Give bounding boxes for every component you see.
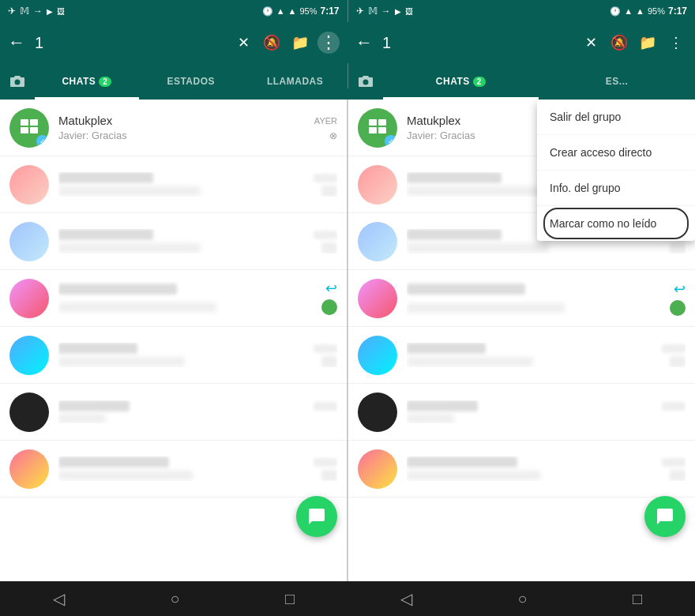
list-item[interactable]: [0, 384, 347, 441]
tab-chats-badge-right: 2: [473, 77, 486, 87]
avatar: [358, 336, 397, 375]
avatar: [358, 449, 397, 489]
chat-preview-blur: [407, 471, 541, 480]
bottom-nav: ◁ ○ □ ◁ ○ □: [0, 581, 695, 616]
chat-info: [407, 456, 686, 481]
avatar: [9, 279, 49, 318]
pin-icon[interactable]: ✕: [232, 32, 254, 54]
status-bar-left-icons: ✈ 𝕄 → ▶ 🖼: [8, 6, 65, 17]
archive-icon[interactable]: 📁: [289, 32, 311, 54]
chat-info: [58, 229, 337, 254]
archive-icon-right[interactable]: 📁: [637, 32, 659, 54]
chat-status-blur: [321, 242, 337, 254]
home-nav-button-right[interactable]: ○: [517, 590, 527, 608]
chat-preview-blur: [58, 357, 185, 366]
list-item[interactable]: [348, 384, 695, 441]
toolbar-icons-right: ✕ 🔕 📁 ⋮: [580, 32, 687, 54]
bottom-nav-left: ◁ ○ □: [0, 581, 348, 616]
chat-info: ↩: [58, 281, 337, 315]
camera-tab-right[interactable]: [348, 76, 383, 87]
mute-icon[interactable]: 🔕: [261, 32, 283, 54]
toolbar-right: ← 1 ✕ 🔕 📁 ⋮: [348, 22, 695, 63]
chat-time-blur: [662, 344, 686, 353]
tab-estados-label: ESTADOS: [167, 76, 215, 87]
list-item[interactable]: [348, 441, 695, 498]
more-options-button-right[interactable]: ⋮: [665, 32, 687, 54]
chat-name-blur: [58, 343, 137, 354]
back-button-left[interactable]: ←: [8, 32, 25, 53]
chat-status-blur: [670, 242, 686, 254]
menu-item-marcar[interactable]: Marcar como no leído: [537, 206, 695, 241]
chat-status-blur: [321, 356, 337, 367]
menu-item-salir[interactable]: Salir del grupo: [537, 100, 695, 135]
chat-status-blur: [670, 470, 686, 481]
pin-icon-right[interactable]: ✕: [580, 32, 602, 54]
chat-preview-blur: [58, 471, 193, 480]
toolbar-left: ← 1 ✕ 🔕 📁 ⋮: [0, 22, 348, 63]
chat-time-blur: [314, 174, 337, 182]
menu-item-info[interactable]: Info. del grupo: [537, 171, 695, 206]
chat-name-blur: [58, 229, 153, 240]
recents-nav-button-left[interactable]: □: [285, 590, 295, 608]
chat-preview-blur: [58, 302, 216, 312]
tab-chats-right[interactable]: CHATS 2: [383, 63, 539, 100]
verified-badge: ✓: [36, 135, 49, 148]
back-nav-button-left[interactable]: ◁: [53, 589, 65, 608]
time-left: 7:17: [320, 6, 339, 17]
home-nav-button-left[interactable]: ○: [170, 590, 179, 608]
tabs-left: CHATS 2 ESTADOS LLAMADAS: [0, 63, 348, 100]
chat-preview-blur: [58, 414, 106, 423]
avatar: [358, 165, 397, 205]
time-right: 7:17: [668, 6, 687, 17]
signal-icon: ▲: [276, 6, 285, 16]
new-chat-fab-left[interactable]: [296, 496, 337, 537]
list-item[interactable]: [0, 441, 347, 498]
list-item[interactable]: [0, 156, 347, 213]
tab-estados-right[interactable]: ES...: [539, 63, 695, 100]
chat-status-icon: ⊗: [329, 130, 337, 141]
unread-badge-right: [670, 300, 686, 316]
tab-chats-left[interactable]: CHATS 2: [35, 63, 139, 100]
new-chat-fab-right[interactable]: [644, 496, 686, 537]
list-item[interactable]: ↩: [0, 270, 347, 327]
chat-preview-blur: [407, 186, 549, 196]
chat-info: Matukplex AYER Javier: Gracias ⊗: [58, 114, 337, 141]
list-item[interactable]: [0, 213, 347, 270]
camera-tab-left[interactable]: [0, 76, 35, 87]
list-item[interactable]: ↩: [348, 270, 695, 327]
dropdown-menu: Salir del grupo Crear acceso directo Inf…: [537, 100, 695, 241]
avatar: [9, 222, 49, 261]
mute-icon-right[interactable]: 🔕: [608, 32, 630, 54]
chat-preview-blur: [58, 243, 201, 253]
back-nav-button-right[interactable]: ◁: [400, 589, 412, 608]
chat-time-blur: [662, 458, 686, 467]
svg-rect-7: [378, 127, 386, 133]
list-item[interactable]: [348, 327, 695, 384]
svg-rect-4: [369, 119, 377, 126]
chat-preview-blur: [58, 186, 201, 196]
recents-nav-button-right[interactable]: □: [633, 590, 642, 608]
chat-info: [58, 400, 337, 423]
chat-preview-blur: [407, 357, 533, 366]
list-item[interactable]: ✓ Matukplex AYER Javier: Gracias ⊗: [0, 100, 347, 156]
menu-item-acceso[interactable]: Crear acceso directo: [537, 135, 695, 171]
chat-time-blur: [314, 231, 337, 239]
svg-rect-3: [30, 127, 38, 133]
tab-llamadas-left[interactable]: LLAMADAS: [243, 63, 348, 100]
signal-icon-right: ▲: [624, 6, 633, 16]
status-bar-right-icons-left: 🕐 ▲ ▲ 95% 7:17: [262, 6, 340, 17]
tab-estados-left[interactable]: ESTADOS: [139, 63, 243, 100]
back-button-right[interactable]: ←: [355, 32, 373, 53]
chat-name-blur: [407, 343, 486, 354]
avatar: [358, 393, 397, 432]
avatar: [358, 279, 397, 318]
chat-preview-blur: [407, 414, 454, 423]
svg-rect-5: [378, 119, 386, 126]
unread-badge: [321, 299, 337, 315]
status-bar-left: ✈ 𝕄 → ▶ 🖼 🕐 ▲ ▲ 95% 7:17: [0, 0, 348, 22]
list-item[interactable]: [0, 327, 347, 384]
chat-time-blur: [314, 402, 337, 411]
chat-time: AYER: [314, 116, 337, 126]
more-options-button[interactable]: ⋮: [317, 32, 340, 54]
status-bar-right: ✈ 𝕄 → ▶ 🖼 🕐 ▲ ▲ 95% 7:17: [348, 0, 696, 22]
